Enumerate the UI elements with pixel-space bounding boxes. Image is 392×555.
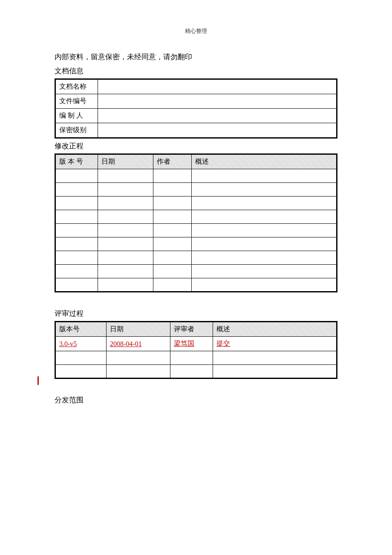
- review-summary-link[interactable]: 提交: [216, 340, 230, 347]
- table-row: 保密级别: [55, 123, 337, 138]
- section-title-info: 文档信息: [55, 66, 337, 76]
- change-bar-icon: [37, 376, 39, 385]
- info-label-author: 编 制 人: [55, 109, 98, 123]
- table-row: 编 制 人: [55, 109, 337, 123]
- info-label-filenum: 文件编号: [55, 94, 98, 109]
- info-value-filenum: [98, 94, 337, 109]
- review-reviewer-link[interactable]: 梁笃国: [174, 340, 194, 347]
- col-version: 版本号: [55, 322, 107, 337]
- section-title-distribution: 分发范围: [55, 395, 337, 405]
- col-date: 日期: [107, 322, 170, 337]
- info-value-author: [98, 109, 337, 123]
- review-version: 3.0-v5: [55, 337, 107, 351]
- table-header-row: 版 本 号 日期 作者 概述: [55, 154, 337, 169]
- review-summary: 提交: [213, 337, 337, 351]
- col-author: 作者: [153, 154, 192, 169]
- table-row: [55, 210, 337, 224]
- review-process-table: 版本号 日期 评审者 概述 3.0-v5 2008-04-01 梁笃国 提交: [55, 321, 337, 379]
- table-row: [55, 278, 337, 292]
- table-row: [55, 183, 337, 197]
- table-row: [55, 197, 337, 210]
- table-row: [55, 251, 337, 265]
- table-row: [55, 224, 337, 237]
- table-row: 文件编号: [55, 94, 337, 109]
- confidentiality-notice: 内部资料，留意保密，未经同意，请勿翻印: [55, 52, 337, 62]
- col-reviewer: 评审者: [170, 322, 213, 337]
- revision-history-table: 版 本 号 日期 作者 概述: [55, 153, 337, 292]
- table-row: [55, 265, 337, 278]
- page-header: 精心整理: [0, 0, 392, 35]
- info-label-docname: 文档名称: [55, 79, 98, 94]
- col-version: 版 本 号: [55, 154, 98, 169]
- table-row: 3.0-v5 2008-04-01 梁笃国 提交: [55, 337, 337, 351]
- table-row: 文档名称: [55, 79, 337, 94]
- section-title-review: 评审过程: [55, 309, 337, 318]
- info-value-secrecy: [98, 123, 337, 138]
- col-date: 日期: [98, 154, 153, 169]
- review-version-link[interactable]: 3.0-v5: [59, 340, 77, 347]
- review-reviewer: 梁笃国: [170, 337, 213, 351]
- col-summary: 概述: [192, 154, 337, 169]
- section-title-revision: 修改正程: [55, 141, 337, 151]
- info-label-secrecy: 保密级别: [55, 123, 98, 138]
- table-row: [55, 237, 337, 251]
- table-row: [55, 351, 337, 365]
- document-info-table: 文档名称 文件编号 编 制 人 保密级别: [55, 78, 337, 139]
- table-row: [55, 169, 337, 183]
- review-date: 2008-04-01: [107, 337, 170, 351]
- review-date-link[interactable]: 2008-04-01: [110, 340, 142, 347]
- table-header-row: 版本号 日期 评审者 概述: [55, 322, 337, 337]
- info-value-docname: [98, 79, 337, 94]
- col-summary: 概述: [213, 322, 337, 337]
- document-content: 内部资料，留意保密，未经同意，请勿翻印 文档信息 文档名称 文件编号 编 制 人…: [0, 35, 392, 405]
- table-row: [55, 365, 337, 379]
